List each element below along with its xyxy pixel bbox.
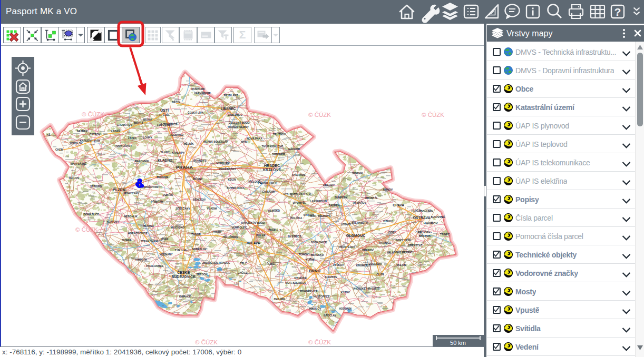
svg-text:TACHOV: TACHOV — [69, 176, 80, 180]
svg-text:POLNÁ: POLNÁ — [256, 234, 266, 237]
svg-text:BOSKOVICE: BOSKOVICE — [311, 241, 327, 244]
svg-text:LANŠKROUN: LANŠKROUN — [310, 199, 327, 203]
svg-text:PLZEŇ: PLZEŇ — [113, 187, 126, 192]
svg-text:KARVINÁ: KARVINÁ — [431, 215, 445, 219]
svg-text:PŘELOUČ: PŘELOUČ — [248, 180, 261, 183]
svg-text:MOR. TŘEBOVÁ: MOR. TŘEBOVÁ — [310, 214, 331, 217]
svg-text:PODBOŘANY: PODBOŘANY — [115, 144, 132, 147]
svg-text:DOBŘÍŠ: DOBŘÍŠ — [162, 193, 173, 196]
svg-text:© ČÚZK: © ČÚZK — [195, 339, 218, 345]
svg-text:SEDLČANY: SEDLČANY — [175, 207, 190, 210]
svg-text:JIHLAVA: JIHLAVA — [246, 241, 260, 245]
svg-text:BLATNÁ: BLATNÁ — [143, 224, 154, 227]
svg-text:JESENÍK: JESENÍK — [352, 171, 363, 175]
svg-text:BEROUN: BEROUN — [157, 175, 168, 178]
svg-text:KOLÍN: KOLÍN — [228, 177, 236, 181]
svg-text:BRNO: BRNO — [309, 269, 320, 273]
svg-text:FRENŠTÁT: FRENŠTÁT — [408, 243, 423, 247]
svg-text:ZÁBŘEH: ZÁBŘEH — [329, 203, 340, 207]
svg-text:NOVÁ PAKA: NOVÁ PAKA — [247, 137, 262, 140]
svg-text:VALAŠSKÉ MEZIŘÍČÍ: VALAŠSKÉ MEZIŘÍČÍ — [387, 250, 414, 254]
svg-text:VÍTKOV: VÍTKOV — [383, 219, 393, 223]
svg-text:KRÁLÍKY: KRÁLÍKY — [323, 183, 335, 187]
svg-text:ZNOJMO: ZNOJMO — [274, 298, 285, 301]
svg-text:DVŮR KRÁLOVÉ: DVŮR KRÁLOVÉ — [262, 144, 284, 148]
svg-text:RÝMAŘOV: RÝMAŘOV — [353, 201, 366, 204]
svg-text:MILEVSKO: MILEVSKO — [171, 226, 184, 229]
svg-text:HORAŽĎOVICE: HORAŽĎOVICE — [128, 231, 148, 235]
svg-text:HAVÍŘOV: HAVÍŘOV — [424, 221, 438, 225]
svg-text:CHRUDIM: CHRUDIM — [262, 190, 275, 193]
svg-text:VYS. MÝTO: VYS. MÝTO — [283, 193, 297, 196]
svg-text:JINDŘICHŮV HRADEC: JINDŘICHŮV HRADEC — [202, 261, 230, 264]
svg-text:RUMBURK: RUMBURK — [191, 87, 205, 91]
svg-text:NYMBURK: NYMBURK — [216, 162, 230, 165]
svg-text:TELČ: TELČ — [240, 262, 247, 265]
svg-text:PACOV: PACOV — [212, 230, 222, 233]
svg-text:ŠUMPERK: ŠUMPERK — [334, 195, 347, 199]
svg-text:SLANÝ: SLANÝ — [161, 151, 170, 154]
svg-text:KRALUPY: KRALUPY — [172, 151, 185, 154]
svg-text:HLUČÍN: HLUČÍN — [412, 209, 422, 212]
svg-text:ÚSTÍ: ÚSTÍ — [160, 108, 169, 112]
svg-text:HUSTOPEČE: HUSTOPEČE — [313, 295, 330, 298]
svg-text:KLADNO: KLADNO — [158, 158, 172, 162]
svg-text:MĚLNÍK: MĚLNÍK — [183, 142, 194, 145]
svg-text:KADAŇ: KADAŇ — [111, 129, 120, 133]
svg-text:JABLONEC: JABLONEC — [228, 113, 242, 116]
svg-text:POLIČKA: POLIČKA — [290, 216, 303, 220]
svg-text:TRUTNOV: TRUTNOV — [273, 133, 286, 136]
svg-text:© ČÚZK: © ČÚZK — [308, 339, 331, 345]
svg-text:CHOMUTOV: CHOMUTOV — [116, 123, 132, 126]
svg-text:ROKYCANY: ROKYCANY — [124, 192, 140, 195]
svg-text:BOHUMÍN: BOHUMÍN — [421, 209, 433, 213]
svg-text:© ČÚZK: © ČÚZK — [75, 226, 98, 233]
svg-text:JIČÍN: JIČÍN — [241, 140, 248, 144]
svg-text:OPAVA: OPAVA — [393, 203, 404, 207]
svg-text:BRUNTÁL: BRUNTÁL — [365, 196, 378, 200]
svg-text:DĚČÍN: DĚČÍN — [172, 100, 180, 104]
svg-text:ŽĎÁR n. S.: ŽĎÁR n. S. — [268, 228, 282, 232]
svg-text:?: ? — [614, 6, 621, 18]
svg-text:KLATOVY: KLATOVY — [106, 220, 119, 223]
svg-text:KAPLICE: KAPLICE — [179, 295, 191, 298]
svg-text:NEPOMUK: NEPOMUK — [124, 215, 138, 218]
svg-text:50 km: 50 km — [450, 340, 466, 346]
svg-text:ŘÍČANY: ŘÍČANY — [192, 177, 203, 181]
svg-text:PRAHA: PRAHA — [176, 165, 193, 170]
svg-text:TURNOV: TURNOV — [227, 125, 239, 128]
svg-text:PÍSEK: PÍSEK — [160, 237, 168, 241]
svg-text:AŠ: AŠ — [47, 133, 51, 136]
svg-text:HOLEŠOV: HOLEŠOV — [369, 262, 382, 265]
svg-text:TIŠNOV: TIŠNOV — [299, 252, 309, 256]
svg-text:© ČÚZK: © ČÚZK — [82, 111, 104, 117]
svg-text:SLAVKOV: SLAVKOV — [325, 275, 337, 279]
svg-text:ŽELEZNÝ BROD: ŽELEZNÝ BROD — [229, 121, 250, 124]
svg-text:VYŠKOV: VYŠKOV — [333, 263, 345, 266]
svg-text:STŘÍBRO: STŘÍBRO — [90, 184, 102, 188]
svg-text:CHEB: CHEB — [55, 148, 63, 151]
svg-text:MIKULOV: MIKULOV — [309, 307, 321, 310]
svg-text:KYJOV: KYJOV — [341, 291, 350, 294]
svg-text:HAVLÍČKŮV BROD: HAVLÍČKŮV BROD — [241, 221, 265, 224]
svg-text:PROSTĚJOV: PROSTĚJOV — [339, 245, 355, 249]
svg-text:ŠTERNBERK: ŠTERNBERK — [352, 221, 368, 224]
svg-text:POHOŘELICE: POHOŘELICE — [300, 289, 318, 293]
svg-text:ÚSTÍ n. O.: ÚSTÍ n. O. — [299, 192, 312, 195]
svg-text:KUŘIM: KUŘIM — [306, 257, 314, 261]
svg-text:ROUDNICE: ROUDNICE — [170, 133, 184, 136]
svg-text:BUDĚJOVICE: BUDĚJOVICE — [171, 274, 196, 279]
svg-text:BYSTŘICE: BYSTŘICE — [288, 234, 301, 238]
svg-text:ČESKÁ LÍPA: ČESKÁ LÍPA — [188, 111, 203, 114]
svg-text:PELHŘIMOV: PELHŘIMOV — [222, 235, 238, 239]
svg-text:PODĚBRADY: PODĚBRADY — [219, 167, 237, 171]
svg-text:SOKOLOV: SOKOLOV — [69, 142, 83, 145]
svg-text:DAČICE: DAČICE — [237, 271, 248, 274]
svg-text:HRANICE: HRANICE — [379, 241, 392, 244]
svg-text:n. Lab.: n. Lab. — [159, 113, 170, 116]
svg-text:KUTNÁ HORA: KUTNÁ HORA — [227, 186, 245, 190]
svg-text:PŘÍBRAM: PŘÍBRAM — [151, 200, 163, 203]
svg-text:LOUNY: LOUNY — [143, 136, 152, 139]
svg-text:HOŘOVICE: HOŘOVICE — [144, 185, 159, 189]
svg-text:PŘEROV: PŘEROV — [362, 248, 374, 252]
